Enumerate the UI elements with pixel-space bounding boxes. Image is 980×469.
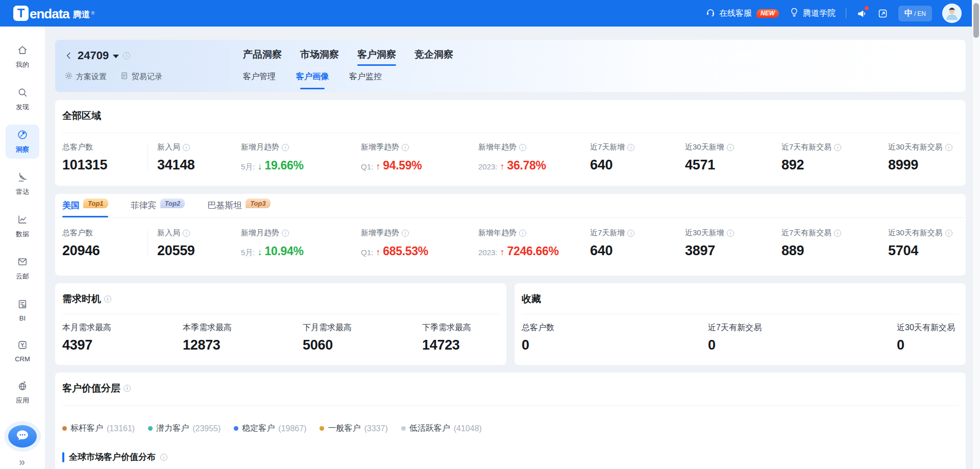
info-icon[interactable] [160,454,167,461]
info-icon[interactable] [282,144,289,151]
trade-records-button[interactable]: 贸易记录 [120,71,162,82]
stat-trade-7d: 近7天有新交易 889 [781,228,888,259]
info-icon[interactable] [519,144,526,151]
stat-value: 20946 [62,243,157,259]
stat-quarter-peak: 本季需求最高 12873 [183,323,303,353]
tab-product-insight[interactable]: 产品洞察 [243,48,282,66]
sidebar-item-mail[interactable]: 云邮 [6,252,39,286]
legend-benchmark-customers[interactable]: 标杆客户 (13161) [62,423,135,434]
all-region-card: 全部区域 总客户数 101315 新入局 34148 新增月趋势 5月:↓19.… [55,100,966,186]
plan-settings-button[interactable]: 方案设置 [64,71,107,82]
tendata-logo[interactable]: T endata 腾道 ® [13,6,94,21]
chevron-down-icon[interactable] [113,55,119,58]
scrollbar-thumb[interactable] [973,3,979,38]
legend-general-customers[interactable]: 一般客户 (3337) [320,423,387,434]
header-vertical-divider [227,52,228,81]
trade-records-label: 贸易记录 [132,72,162,82]
tab-competitor-insight[interactable]: 竞企洞察 [414,48,453,66]
info-icon[interactable] [183,230,190,237]
info-icon[interactable] [727,230,734,237]
legend-dot [234,426,238,431]
favorites-card: 收藏 总客户数 0 近7天有新交易 0 近30天有新交易 0 [514,283,966,365]
country-tab-pakistan[interactable]: 巴基斯坦 Top3 [207,200,271,217]
info-icon[interactable] [945,144,952,151]
navbar-right: 在线客服 NEW 腾道学院 [705,4,962,23]
legend-potential-customers[interactable]: 潜力客户 (23955) [148,423,220,434]
arrow-up-icon: ↑ [376,247,380,258]
sidebar-item-mine[interactable]: 我的 [6,40,39,74]
sidebar-item-radar[interactable]: 雷达 [6,167,39,201]
customer-value-card: 客户价值分层 标杆客户 (13161) 潜力客户 (23955) 稳定客户 (1… [55,373,966,469]
gear-icon [64,71,73,82]
online-service-button[interactable]: 在线客服 NEW [705,7,779,19]
info-icon[interactable] [124,385,131,392]
country-tab-philippines[interactable]: 菲律宾 Top2 [131,200,185,217]
info-icon[interactable] [402,230,409,237]
stat-new-7d: 近7天新增 640 [590,142,685,173]
back-chevron-icon[interactable] [64,51,74,60]
home-icon [17,44,28,58]
scheme-id-dropdown[interactable]: 24709 [78,49,109,62]
logo-cn-text: 腾道 [73,9,90,21]
all-region-stats: 总客户数 101315 新入局 34148 新增月趋势 5月:↓19.66% 新… [55,142,966,173]
info-icon[interactable] [834,144,841,151]
legend-low-activity-customers[interactable]: 低活跃客户 (41048) [401,423,482,434]
legend-stable-customers[interactable]: 稳定客户 (19867) [234,423,306,434]
country-tab-usa[interactable]: 美国 Top1 [62,200,108,217]
stat-value: 34148 [157,157,241,173]
sidebar-item-apps[interactable]: 应用 [6,376,39,410]
plan-settings-label: 方案设置 [76,72,107,82]
info-icon[interactable] [519,230,526,237]
sidebar-item-insight[interactable]: 洞察 [6,125,39,159]
favorites-stats: 总客户数 0 近7天有新交易 0 近30天有新交易 0 [514,323,966,353]
divider [62,405,959,406]
subtab-customer-management[interactable]: 客户管理 [243,71,276,89]
info-icon[interactable] [727,144,734,151]
sidebar-collapse-toggle[interactable]: » [19,456,26,469]
academy-button[interactable]: 腾道学院 [789,7,836,19]
all-region-title: 全部区域 [55,100,966,122]
legend-dot [62,426,67,431]
info-icon[interactable] [834,230,841,237]
language-switcher[interactable]: 中 / EN [898,6,932,21]
chart-line-icon [17,214,28,227]
chat-support-button[interactable] [8,425,37,448]
user-avatar[interactable] [942,4,962,23]
top-navbar: T endata 腾道 ® 在线客服 NEW [0,0,972,27]
page-scrollbar[interactable] [972,0,980,469]
stat-new-entrants: 新入局 34148 [157,142,241,173]
divider [55,217,966,218]
stat-yearly-trend: 新增年趋势 2023:↑7246.66% [478,228,590,259]
info-icon[interactable] [104,295,111,303]
tab-market-insight[interactable]: 市场洞察 [300,48,339,66]
arrow-up-icon: ↑ [500,247,505,258]
info-icon[interactable] [945,230,952,237]
document-icon [120,71,129,82]
info-icon[interactable] [183,144,190,151]
top2-badge: Top2 [160,199,185,208]
announcement-button[interactable] [856,8,867,19]
arrow-down-icon: ↓ [258,247,262,258]
page: T endata 腾道 ® 在线客服 NEW [0,0,980,469]
info-icon[interactable] [282,230,289,237]
sidebar-item-bi[interactable]: BI BI [6,294,39,327]
stat-value: 5704 [888,243,959,259]
fullscreen-button[interactable] [877,8,888,19]
stat-value: 5060 [303,337,422,353]
scheme-info-icon[interactable] [123,52,130,59]
stat-quarterly-trend: 新增季趋势 Q1:↑685.53% [361,228,478,259]
stat-yearly-trend: 新增年趋势 2023:↑36.78% [478,142,590,173]
sidebar-item-data[interactable]: 数据 [6,209,39,243]
info-icon[interactable] [627,144,634,151]
tab-customer-insight[interactable]: 客户洞察 [357,48,396,66]
global-value-distribution-header: 全球市场客户价值分布 [55,451,966,463]
subtab-customer-monitoring[interactable]: 客户监控 [349,71,382,89]
info-icon[interactable] [627,230,634,237]
new-badge: NEW [756,9,779,18]
stat-trade-30d: 近30天有新交易 8999 [888,142,959,173]
info-icon[interactable] [402,144,409,151]
stat-total-customers: 总客户数 0 [522,323,708,353]
subtab-customer-portrait[interactable]: 客户画像 [296,71,329,89]
sidebar-item-crm[interactable]: CRM [6,335,39,367]
sidebar-item-discover[interactable]: 发现 [6,82,39,116]
